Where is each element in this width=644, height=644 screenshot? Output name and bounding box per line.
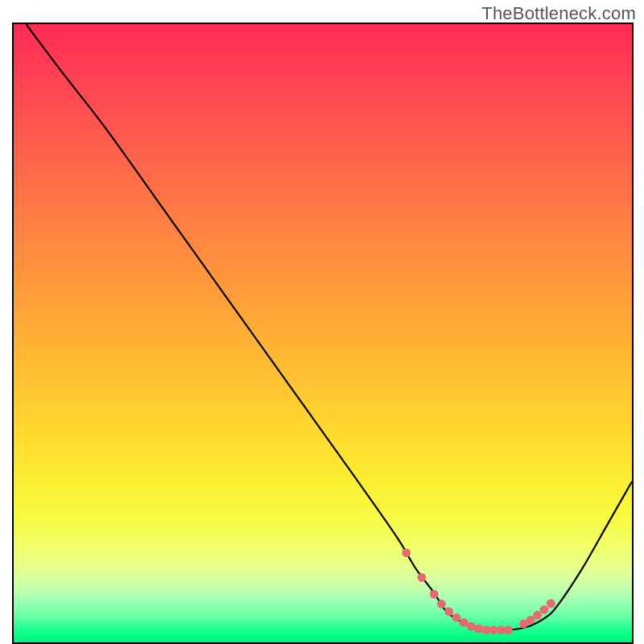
chart-area <box>12 23 634 644</box>
bottleneck-curve <box>14 24 632 642</box>
optimal-dot <box>417 573 426 582</box>
optimal-dot <box>444 607 453 616</box>
optimal-dot <box>489 625 498 634</box>
optimal-dot <box>452 613 460 622</box>
optimal-dot <box>467 622 476 631</box>
optimal-dot <box>540 605 549 614</box>
optimal-zone-dots <box>402 548 555 634</box>
curve-path <box>26 24 632 630</box>
optimal-dot <box>460 618 469 627</box>
optimal-dot <box>481 625 490 634</box>
optimal-dot <box>402 548 411 557</box>
optimal-dot <box>497 625 506 634</box>
optimal-dot <box>474 625 483 634</box>
attribution-text: TheBottleneck.com <box>481 3 636 24</box>
optimal-dot <box>547 599 555 608</box>
optimal-dot <box>533 611 542 620</box>
optimal-dot <box>430 590 439 599</box>
optimal-dot <box>437 600 446 609</box>
optimal-dot <box>504 625 513 634</box>
